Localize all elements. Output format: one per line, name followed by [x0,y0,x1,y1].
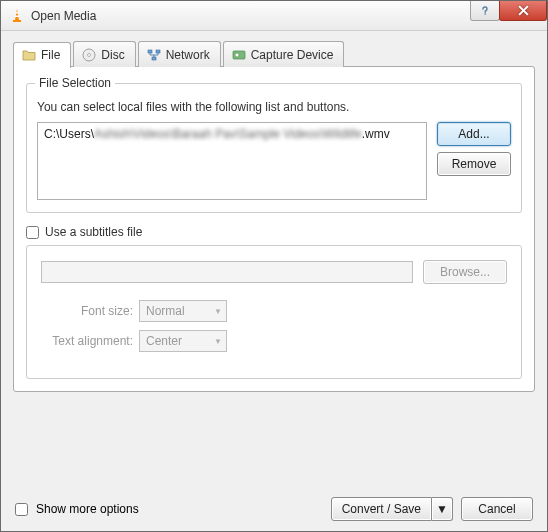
browse-button: Browse... [423,260,507,284]
open-media-dialog: Open Media File Disc Network [0,0,548,532]
font-size-label: Font size: [41,304,133,318]
chevron-down-icon: ▼ [436,502,448,516]
capture-icon [232,48,246,62]
disc-icon [82,48,96,62]
titlebar: Open Media [1,1,547,31]
remove-button[interactable]: Remove [437,152,511,176]
subtitles-path-input [41,261,413,283]
svg-point-9 [235,53,239,57]
help-button[interactable] [470,1,500,21]
file-list[interactable]: C:\Users\Ashish\Videos\Baraah Pav\Sample… [37,122,427,200]
alignment-combo: Center ▼ [139,330,227,352]
file-selection-group: File Selection You can select local file… [26,83,522,213]
show-more-options-checkbox[interactable] [15,503,28,516]
subtitles-group: Browse... Font size: Normal ▼ Text align… [26,245,522,379]
network-icon [147,48,161,62]
chevron-down-icon: ▼ [214,307,222,316]
convert-save-dropdown[interactable]: ▼ [432,497,453,521]
svg-rect-0 [13,20,21,22]
tab-label: File [41,48,60,62]
file-selection-description: You can select local files with the foll… [37,100,511,114]
tab-label: Network [166,48,210,62]
file-entry[interactable]: C:\Users\Ashish\Videos\Baraah Pav\Sample… [44,127,390,141]
font-size-value: Normal [146,304,185,318]
svg-rect-7 [152,57,156,60]
file-panel: File Selection You can select local file… [13,66,535,392]
vlc-cone-icon [9,8,25,24]
svg-rect-5 [148,50,152,53]
dialog-footer: Show more options Convert / Save ▼ Cance… [1,491,547,531]
svg-point-4 [88,53,91,56]
svg-rect-2 [15,15,19,17]
tab-network[interactable]: Network [138,41,221,67]
tab-label: Disc [101,48,124,62]
window-title: Open Media [31,9,96,23]
folder-icon [22,48,36,62]
use-subtitles-row: Use a subtitles file [26,225,522,239]
convert-save-button[interactable]: Convert / Save [331,497,432,521]
show-more-options-label: Show more options [36,502,139,516]
tab-file[interactable]: File [13,42,71,68]
svg-rect-1 [15,12,18,14]
tab-disc[interactable]: Disc [73,41,135,67]
tab-label: Capture Device [251,48,334,62]
font-size-combo: Normal ▼ [139,300,227,322]
convert-save-split-button: Convert / Save ▼ [331,497,453,521]
group-title: File Selection [35,76,115,90]
tab-capture[interactable]: Capture Device [223,41,345,67]
use-subtitles-checkbox[interactable] [26,226,39,239]
svg-rect-6 [156,50,160,53]
use-subtitles-label: Use a subtitles file [45,225,142,239]
close-button[interactable] [499,1,547,21]
add-button[interactable]: Add... [437,122,511,146]
tab-strip: File Disc Network Capture Device [13,41,535,67]
alignment-label: Text alignment: [41,334,133,348]
alignment-value: Center [146,334,182,348]
chevron-down-icon: ▼ [214,337,222,346]
cancel-button[interactable]: Cancel [461,497,533,521]
